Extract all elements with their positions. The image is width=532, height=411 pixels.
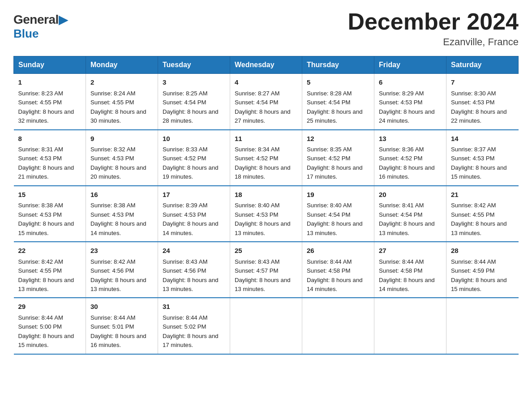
day-info: Sunrise: 8:29 AMSunset: 4:53 PMDaylight:… [379, 90, 435, 124]
day-number: 19 [307, 190, 369, 200]
day-info: Sunrise: 8:37 AMSunset: 4:53 PMDaylight:… [451, 146, 507, 180]
calendar-cell: 8 Sunrise: 8:31 AMSunset: 4:53 PMDayligh… [14, 130, 86, 186]
day-info: Sunrise: 8:33 AMSunset: 4:52 PMDaylight:… [163, 146, 219, 180]
day-info: Sunrise: 8:28 AMSunset: 4:54 PMDaylight:… [307, 90, 363, 124]
day-info: Sunrise: 8:44 AMSunset: 5:01 PMDaylight:… [90, 314, 146, 348]
col-header-wednesday: Wednesday [230, 56, 302, 74]
day-number: 7 [451, 77, 514, 88]
calendar-cell: 9 Sunrise: 8:32 AMSunset: 4:53 PMDayligh… [86, 130, 158, 186]
logo-blue-text: ▶ [59, 13, 68, 27]
week-row-5: 29 Sunrise: 8:44 AMSunset: 5:00 PMDaylig… [14, 298, 519, 354]
day-info: Sunrise: 8:34 AMSunset: 4:52 PMDaylight:… [235, 146, 291, 180]
calendar-cell: 21 Sunrise: 8:42 AMSunset: 4:55 PMDaylig… [446, 186, 519, 242]
day-info: Sunrise: 8:36 AMSunset: 4:52 PMDaylight:… [379, 146, 435, 180]
day-number: 21 [451, 190, 514, 200]
calendar-cell [374, 298, 446, 354]
day-number: 11 [235, 134, 297, 144]
calendar-cell: 20 Sunrise: 8:41 AMSunset: 4:54 PMDaylig… [374, 186, 446, 242]
calendar-cell: 15 Sunrise: 8:38 AMSunset: 4:53 PMDaylig… [14, 186, 86, 242]
day-number: 31 [163, 302, 225, 312]
day-info: Sunrise: 8:42 AMSunset: 4:55 PMDaylight:… [451, 202, 507, 236]
calendar-cell: 25 Sunrise: 8:43 AMSunset: 4:57 PMDaylig… [230, 242, 302, 298]
logo: General ▶ Blue [13, 13, 68, 41]
calendar-cell: 27 Sunrise: 8:44 AMSunset: 4:58 PMDaylig… [374, 242, 446, 298]
day-info: Sunrise: 8:44 AMSunset: 4:58 PMDaylight:… [379, 258, 435, 292]
logo-blue-box: ▶ [59, 13, 68, 27]
calendar-cell: 10 Sunrise: 8:33 AMSunset: 4:52 PMDaylig… [158, 130, 230, 186]
calendar-cell: 4 Sunrise: 8:27 AMSunset: 4:54 PMDayligh… [230, 74, 302, 130]
day-number: 8 [18, 134, 82, 144]
day-info: Sunrise: 8:42 AMSunset: 4:56 PMDaylight:… [90, 258, 146, 292]
day-number: 30 [90, 302, 153, 312]
calendar-table: SundayMondayTuesdayWednesdayThursdayFrid… [13, 56, 519, 355]
calendar-cell: 12 Sunrise: 8:35 AMSunset: 4:52 PMDaylig… [302, 130, 374, 186]
day-number: 24 [163, 246, 225, 256]
calendar-cell: 19 Sunrise: 8:40 AMSunset: 4:54 PMDaylig… [302, 186, 374, 242]
day-info: Sunrise: 8:42 AMSunset: 4:55 PMDaylight:… [18, 258, 74, 292]
week-row-3: 15 Sunrise: 8:38 AMSunset: 4:53 PMDaylig… [14, 186, 519, 242]
day-info: Sunrise: 8:40 AMSunset: 4:54 PMDaylight:… [307, 202, 363, 236]
day-number: 12 [307, 134, 369, 144]
day-info: Sunrise: 8:35 AMSunset: 4:52 PMDaylight:… [307, 146, 363, 180]
day-info: Sunrise: 8:38 AMSunset: 4:53 PMDaylight:… [18, 202, 74, 236]
day-info: Sunrise: 8:44 AMSunset: 5:00 PMDaylight:… [18, 314, 74, 348]
calendar-header-row: SundayMondayTuesdayWednesdayThursdayFrid… [14, 56, 519, 74]
col-header-sunday: Sunday [14, 56, 86, 74]
day-number: 6 [379, 77, 442, 88]
calendar-cell: 3 Sunrise: 8:25 AMSunset: 4:54 PMDayligh… [158, 74, 230, 130]
day-number: 27 [379, 246, 442, 256]
day-info: Sunrise: 8:44 AMSunset: 4:59 PMDaylight:… [451, 258, 507, 292]
calendar-cell [302, 298, 374, 354]
calendar-cell: 6 Sunrise: 8:29 AMSunset: 4:53 PMDayligh… [374, 74, 446, 130]
day-number: 29 [18, 302, 82, 312]
day-number: 20 [379, 190, 442, 200]
day-number: 13 [379, 134, 442, 144]
calendar-cell: 24 Sunrise: 8:43 AMSunset: 4:56 PMDaylig… [158, 242, 230, 298]
page-title: December 2024 [348, 9, 519, 34]
day-info: Sunrise: 8:38 AMSunset: 4:53 PMDaylight:… [90, 202, 146, 236]
day-number: 16 [90, 190, 153, 200]
col-header-friday: Friday [374, 56, 446, 74]
day-number: 18 [235, 190, 297, 200]
day-info: Sunrise: 8:44 AMSunset: 5:02 PMDaylight:… [163, 314, 219, 348]
day-info: Sunrise: 8:27 AMSunset: 4:54 PMDaylight:… [235, 90, 291, 124]
day-number: 25 [235, 246, 297, 256]
calendar-cell: 7 Sunrise: 8:30 AMSunset: 4:53 PMDayligh… [446, 74, 519, 130]
calendar-cell: 13 Sunrise: 8:36 AMSunset: 4:52 PMDaylig… [374, 130, 446, 186]
day-info: Sunrise: 8:23 AMSunset: 4:55 PMDaylight:… [18, 90, 74, 124]
calendar-cell: 29 Sunrise: 8:44 AMSunset: 5:00 PMDaylig… [14, 298, 86, 354]
week-row-2: 8 Sunrise: 8:31 AMSunset: 4:53 PMDayligh… [14, 130, 519, 186]
week-row-4: 22 Sunrise: 8:42 AMSunset: 4:55 PMDaylig… [14, 242, 519, 298]
day-info: Sunrise: 8:40 AMSunset: 4:53 PMDaylight:… [235, 202, 291, 236]
calendar-cell: 30 Sunrise: 8:44 AMSunset: 5:01 PMDaylig… [86, 298, 158, 354]
day-number: 9 [90, 134, 153, 144]
calendar-cell: 23 Sunrise: 8:42 AMSunset: 4:56 PMDaylig… [86, 242, 158, 298]
day-info: Sunrise: 8:24 AMSunset: 4:55 PMDaylight:… [90, 90, 146, 124]
col-header-monday: Monday [86, 56, 158, 74]
day-info: Sunrise: 8:41 AMSunset: 4:54 PMDaylight:… [379, 202, 435, 236]
day-number: 10 [163, 134, 225, 144]
day-info: Sunrise: 8:43 AMSunset: 4:57 PMDaylight:… [235, 258, 291, 292]
day-number: 14 [451, 134, 514, 144]
calendar-cell: 5 Sunrise: 8:28 AMSunset: 4:54 PMDayligh… [302, 74, 374, 130]
calendar-cell: 14 Sunrise: 8:37 AMSunset: 4:53 PMDaylig… [446, 130, 519, 186]
calendar-cell: 18 Sunrise: 8:40 AMSunset: 4:53 PMDaylig… [230, 186, 302, 242]
day-number: 15 [18, 190, 82, 200]
calendar-cell: 17 Sunrise: 8:39 AMSunset: 4:53 PMDaylig… [158, 186, 230, 242]
col-header-thursday: Thursday [302, 56, 374, 74]
calendar-cell: 1 Sunrise: 8:23 AMSunset: 4:55 PMDayligh… [14, 74, 86, 130]
calendar-cell: 2 Sunrise: 8:24 AMSunset: 4:55 PMDayligh… [86, 74, 158, 130]
col-header-saturday: Saturday [446, 56, 519, 74]
calendar-cell: 31 Sunrise: 8:44 AMSunset: 5:02 PMDaylig… [158, 298, 230, 354]
day-info: Sunrise: 8:32 AMSunset: 4:53 PMDaylight:… [90, 146, 146, 180]
day-info: Sunrise: 8:25 AMSunset: 4:54 PMDaylight:… [163, 90, 219, 124]
day-number: 1 [18, 77, 82, 88]
calendar-cell [230, 298, 302, 354]
day-info: Sunrise: 8:39 AMSunset: 4:53 PMDaylight:… [163, 202, 219, 236]
week-row-1: 1 Sunrise: 8:23 AMSunset: 4:55 PMDayligh… [14, 74, 519, 130]
calendar-cell: 28 Sunrise: 8:44 AMSunset: 4:59 PMDaylig… [446, 242, 519, 298]
day-number: 5 [307, 77, 369, 88]
title-area: December 2024 Ezanville, France [348, 9, 519, 48]
day-number: 22 [18, 246, 82, 256]
calendar-cell: 22 Sunrise: 8:42 AMSunset: 4:55 PMDaylig… [14, 242, 86, 298]
